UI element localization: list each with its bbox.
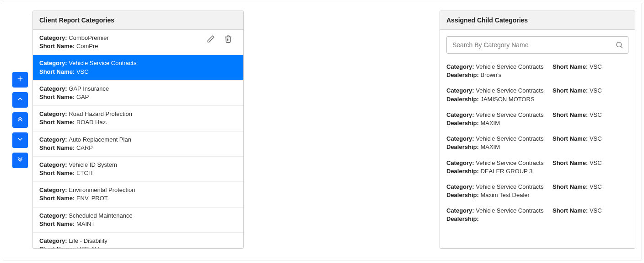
category-info: Category: Environmental ProtectionShort …	[39, 186, 135, 203]
child-right: Short Name: VSC	[553, 135, 630, 151]
child-right: Short Name: VSC	[553, 159, 630, 175]
row-actions	[207, 34, 237, 44]
short-name-label: Short Name:	[553, 135, 590, 142]
category-row[interactable]: Category: Vehicle ID SystemShort Name: E…	[33, 157, 243, 182]
category-label: Category:	[39, 212, 69, 219]
category-label: Category:	[446, 135, 476, 142]
dealership-label: Dealership:	[446, 143, 480, 150]
category-value: Vehicle Service Contracts	[476, 159, 543, 166]
child-row[interactable]: Category: Vehicle Service ContractsDeale…	[446, 155, 634, 179]
child-left: Category: Vehicle Service ContractsDeale…	[446, 159, 548, 175]
dealership-value: Brown's	[480, 71, 501, 78]
category-label: Category:	[39, 85, 69, 92]
category-row[interactable]: Category: Road Hazard ProtectionShort Na…	[33, 106, 243, 131]
short-name-label: Short Name:	[553, 183, 590, 190]
trash-icon[interactable]	[224, 35, 232, 44]
child-right: Short Name: VSC	[553, 87, 630, 103]
child-right: Short Name: VSC	[553, 63, 630, 79]
category-row[interactable]: Category: GAP InsuranceShort Name: GAP	[33, 81, 243, 106]
panel-title-right: Assigned Child Categories	[440, 11, 635, 30]
child-row[interactable]: Category: Vehicle Service ContractsDeale…	[446, 203, 634, 227]
category-value: Road Hazard Protection	[69, 110, 132, 117]
category-value: Vehicle Service Contracts	[476, 135, 543, 142]
dealership-label: Dealership:	[446, 120, 480, 126]
category-value: Vehicle ID System	[69, 161, 117, 168]
move-up-button[interactable]	[12, 92, 28, 108]
edit-icon[interactable]	[207, 35, 215, 44]
plus-icon	[16, 75, 24, 84]
category-value: Vehicle Service Contracts	[476, 183, 543, 190]
child-left: Category: Vehicle Service ContractsDeale…	[446, 63, 548, 79]
dealership-label: Dealership:	[446, 168, 480, 175]
category-row[interactable]: Category: Scheduled MaintenanceShort Nam…	[33, 208, 243, 233]
category-row[interactable]: Category: Environmental ProtectionShort …	[33, 182, 243, 207]
dealership-label: Dealership:	[446, 215, 479, 222]
short-name-label: Short Name:	[39, 68, 76, 75]
child-row[interactable]: Category: Vehicle Service ContractsDeale…	[446, 83, 634, 107]
category-row[interactable]: Category: ComboPremierShort Name: ComPre	[33, 30, 243, 55]
category-value: Scheduled Maintenance	[69, 212, 133, 219]
short-name-label: Short Name:	[553, 111, 590, 118]
child-left: Category: Vehicle Service ContractsDeale…	[446, 207, 548, 223]
child-row[interactable]: Category: Vehicle Service ContractsDeale…	[446, 131, 634, 155]
child-row[interactable]: Category: Vehicle Service ContractsDeale…	[446, 59, 634, 83]
category-info: Category: Scheduled MaintenanceShort Nam…	[39, 212, 133, 228]
category-label: Category:	[39, 161, 69, 168]
category-info: Category: Auto Replacement PlanShort Nam…	[39, 136, 131, 152]
short-name-label: Short Name:	[39, 119, 76, 126]
child-right: Short Name: VSC	[553, 111, 630, 127]
category-label: Category:	[39, 60, 69, 66]
add-button[interactable]	[12, 72, 28, 88]
category-value: Vehicle Service Contracts	[476, 207, 543, 214]
child-right: Short Name: VSC	[553, 183, 630, 199]
short-name-value: MAINT	[76, 220, 95, 227]
short-name-value: VSC	[590, 111, 602, 118]
category-info: Category: Life - DisabilityShort Name: L…	[39, 237, 107, 248]
short-name-value: ROAD Haz.	[76, 119, 107, 126]
search-input[interactable]	[452, 41, 610, 49]
dealership-value: MAXIM	[480, 143, 500, 150]
short-name-value: VSC	[590, 159, 602, 166]
category-info: Category: Vehicle ID SystemShort Name: E…	[39, 161, 117, 177]
move-down-button[interactable]	[12, 132, 28, 148]
double-chevron-down-icon	[16, 156, 24, 165]
short-name-label: Short Name:	[39, 246, 76, 248]
category-value: Auto Replacement Plan	[69, 136, 131, 143]
short-name-label: Short Name:	[553, 63, 590, 70]
move-top-button[interactable]	[12, 112, 28, 128]
category-value: ComboPremier	[69, 34, 108, 41]
dealership-value: Maxim Test Dealer	[480, 192, 529, 198]
category-label: Category:	[446, 207, 476, 214]
child-row[interactable]: Category: Vehicle Service ContractsDeale…	[446, 107, 634, 131]
client-report-categories-panel: Client Report Categories Category: Combo…	[32, 11, 244, 249]
short-name-value: VSC	[76, 68, 89, 75]
short-name-value: VSC	[590, 207, 602, 214]
category-info: Category: Vehicle Service ContractsShort…	[39, 59, 136, 76]
category-row[interactable]: Category: Auto Replacement PlanShort Nam…	[33, 132, 243, 157]
child-left: Category: Vehicle Service ContractsDeale…	[446, 135, 548, 151]
short-name-label: Short Name:	[39, 144, 76, 151]
short-name-value: LIFE-AH	[76, 246, 99, 248]
child-left: Category: Vehicle Service ContractsDeale…	[446, 87, 548, 103]
child-row[interactable]: Category: Vehicle Service ContractsDeale…	[446, 179, 634, 203]
category-info: Category: Road Hazard ProtectionShort Na…	[39, 110, 132, 126]
category-value: Vehicle Service Contracts	[476, 111, 543, 118]
double-chevron-up-icon	[16, 115, 24, 125]
short-name-label: Short Name:	[39, 220, 76, 227]
move-bottom-button[interactable]	[12, 153, 28, 168]
category-row[interactable]: Category: Vehicle Service ContractsShort…	[33, 55, 243, 80]
category-row[interactable]: Category: Life - DisabilityShort Name: L…	[33, 233, 243, 248]
category-info: Category: GAP InsuranceShort Name: GAP	[39, 85, 109, 101]
svg-point-2	[617, 42, 622, 47]
category-label: Category:	[446, 63, 476, 70]
short-name-value: GAP	[76, 93, 89, 100]
short-name-value: ENV. PROT.	[76, 195, 109, 202]
short-name-label: Short Name:	[553, 87, 590, 94]
short-name-label: Short Name:	[553, 159, 590, 166]
short-name-value: VSC	[590, 63, 602, 70]
child-right: Short Name: VSC	[553, 207, 630, 223]
panel-title-left: Client Report Categories	[33, 11, 243, 30]
category-label: Category:	[446, 183, 476, 190]
chevron-up-icon	[16, 95, 24, 104]
dealership-label: Dealership:	[446, 192, 480, 198]
